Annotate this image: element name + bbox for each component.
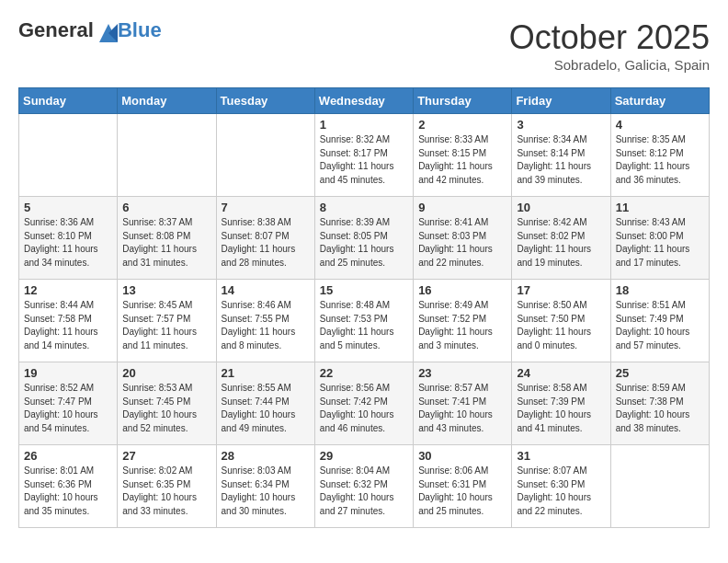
day-number: 15	[320, 283, 408, 297]
day-info: Sunrise: 8:38 AM Sunset: 8:07 PM Dayligh…	[222, 216, 310, 270]
calendar-cell: 23Sunrise: 8:57 AM Sunset: 7:41 PM Dayli…	[414, 362, 512, 445]
calendar-cell: 11Sunrise: 8:43 AM Sunset: 8:00 PM Dayli…	[610, 197, 709, 280]
day-number: 21	[222, 366, 310, 380]
calendar-cell: 3Sunrise: 8:34 AM Sunset: 8:14 PM Daylig…	[512, 114, 610, 197]
day-number: 12	[24, 283, 112, 297]
day-info: Sunrise: 8:06 AM Sunset: 6:31 PM Dayligh…	[418, 465, 506, 518]
week-row-2: 5Sunrise: 8:36 AM Sunset: 8:10 PM Daylig…	[19, 197, 710, 280]
day-number: 13	[122, 283, 210, 297]
day-info: Sunrise: 8:35 AM Sunset: 8:12 PM Dayligh…	[616, 133, 704, 187]
header-wednesday: Wednesday	[314, 88, 413, 114]
calendar-cell: 30Sunrise: 8:06 AM Sunset: 6:31 PM Dayli…	[414, 445, 512, 528]
day-number: 5	[24, 201, 112, 214]
title-block: October 2025 Sobradelo, Galicia, Spain	[509, 18, 710, 73]
week-row-5: 26Sunrise: 8:01 AM Sunset: 6:36 PM Dayli…	[19, 445, 710, 528]
calendar-cell: 16Sunrise: 8:49 AM Sunset: 7:52 PM Dayli…	[414, 280, 512, 362]
location: Sobradelo, Galicia, Spain	[509, 57, 710, 73]
calendar-cell: 17Sunrise: 8:50 AM Sunset: 7:50 PM Dayli…	[512, 280, 610, 362]
header-friday: Friday	[512, 88, 610, 114]
logo: GeneralBlue	[18, 18, 162, 46]
calendar-cell: 27Sunrise: 8:02 AM Sunset: 6:35 PM Dayli…	[118, 445, 216, 528]
week-row-4: 19Sunrise: 8:52 AM Sunset: 7:47 PM Dayli…	[19, 362, 710, 445]
day-number: 9	[418, 201, 506, 214]
day-number: 4	[616, 118, 704, 132]
calendar-cell: 20Sunrise: 8:53 AM Sunset: 7:45 PM Dayli…	[118, 362, 216, 445]
day-number: 27	[122, 449, 210, 463]
month-title: October 2025	[509, 18, 710, 57]
calendar-cell: 6Sunrise: 8:37 AM Sunset: 8:08 PM Daylig…	[118, 197, 216, 280]
day-info: Sunrise: 8:56 AM Sunset: 7:42 PM Dayligh…	[320, 382, 408, 435]
day-info: Sunrise: 8:34 AM Sunset: 8:14 PM Dayligh…	[517, 133, 605, 187]
day-info: Sunrise: 8:49 AM Sunset: 7:52 PM Dayligh…	[418, 299, 506, 352]
day-info: Sunrise: 8:42 AM Sunset: 8:02 PM Dayligh…	[517, 216, 605, 270]
day-info: Sunrise: 8:59 AM Sunset: 7:38 PM Dayligh…	[616, 382, 704, 435]
day-number: 31	[517, 449, 605, 463]
day-info: Sunrise: 8:57 AM Sunset: 7:41 PM Dayligh…	[418, 382, 506, 435]
day-info: Sunrise: 8:37 AM Sunset: 8:08 PM Dayligh…	[122, 216, 210, 270]
calendar-cell: 29Sunrise: 8:04 AM Sunset: 6:32 PM Dayli…	[314, 445, 413, 528]
calendar-cell: 24Sunrise: 8:58 AM Sunset: 7:39 PM Dayli…	[512, 362, 610, 445]
day-number: 14	[222, 283, 310, 297]
calendar-cell: 18Sunrise: 8:51 AM Sunset: 7:49 PM Dayli…	[610, 280, 709, 362]
day-info: Sunrise: 8:53 AM Sunset: 7:45 PM Dayligh…	[122, 382, 210, 435]
calendar-cell: 28Sunrise: 8:03 AM Sunset: 6:34 PM Dayli…	[216, 445, 314, 528]
header-saturday: Saturday	[610, 88, 709, 114]
calendar-cell: 31Sunrise: 8:07 AM Sunset: 6:30 PM Dayli…	[512, 445, 610, 528]
calendar-cell: 5Sunrise: 8:36 AM Sunset: 8:10 PM Daylig…	[19, 197, 118, 280]
calendar-cell: 7Sunrise: 8:38 AM Sunset: 8:07 PM Daylig…	[216, 197, 314, 280]
day-info: Sunrise: 8:41 AM Sunset: 8:03 PM Dayligh…	[418, 216, 506, 270]
calendar-cell: 10Sunrise: 8:42 AM Sunset: 8:02 PM Dayli…	[512, 197, 610, 280]
day-number: 18	[616, 283, 704, 297]
calendar-cell: 26Sunrise: 8:01 AM Sunset: 6:36 PM Dayli…	[19, 445, 118, 528]
day-number: 24	[517, 366, 605, 380]
day-info: Sunrise: 8:02 AM Sunset: 6:35 PM Dayligh…	[122, 465, 210, 518]
day-info: Sunrise: 8:50 AM Sunset: 7:50 PM Dayligh…	[517, 299, 605, 352]
header-sunday: Sunday	[19, 88, 118, 114]
calendar-cell: 12Sunrise: 8:44 AM Sunset: 7:58 PM Dayli…	[19, 280, 118, 362]
calendar-cell: 25Sunrise: 8:59 AM Sunset: 7:38 PM Dayli…	[610, 362, 709, 445]
day-info: Sunrise: 8:32 AM Sunset: 8:17 PM Dayligh…	[320, 133, 408, 187]
day-number: 8	[320, 201, 408, 214]
day-number: 25	[616, 366, 704, 380]
calendar-cell: 22Sunrise: 8:56 AM Sunset: 7:42 PM Dayli…	[314, 362, 413, 445]
day-info: Sunrise: 8:51 AM Sunset: 7:49 PM Dayligh…	[616, 299, 704, 352]
day-number: 16	[418, 283, 506, 297]
calendar-cell: 2Sunrise: 8:33 AM Sunset: 8:15 PM Daylig…	[414, 114, 512, 197]
day-info: Sunrise: 8:04 AM Sunset: 6:32 PM Dayligh…	[320, 465, 408, 518]
logo-general-text: GeneralBlue	[18, 18, 162, 46]
calendar-cell	[216, 114, 314, 197]
day-number: 19	[24, 366, 112, 380]
logo-text-general: General	[18, 18, 94, 41]
calendar-cell: 19Sunrise: 8:52 AM Sunset: 7:47 PM Dayli…	[19, 362, 118, 445]
day-number: 6	[122, 201, 210, 214]
day-number: 23	[418, 366, 506, 380]
calendar-cell: 8Sunrise: 8:39 AM Sunset: 8:05 PM Daylig…	[314, 197, 413, 280]
day-info: Sunrise: 8:36 AM Sunset: 8:10 PM Dayligh…	[24, 216, 112, 270]
calendar-cell: 13Sunrise: 8:45 AM Sunset: 7:57 PM Dayli…	[118, 280, 216, 362]
week-row-3: 12Sunrise: 8:44 AM Sunset: 7:58 PM Dayli…	[19, 280, 710, 362]
day-info: Sunrise: 8:55 AM Sunset: 7:44 PM Dayligh…	[222, 382, 310, 435]
day-number: 28	[222, 449, 310, 463]
calendar-cell	[118, 114, 216, 197]
day-info: Sunrise: 8:52 AM Sunset: 7:47 PM Dayligh…	[24, 382, 112, 435]
calendar-cell: 9Sunrise: 8:41 AM Sunset: 8:03 PM Daylig…	[414, 197, 512, 280]
day-info: Sunrise: 8:03 AM Sunset: 6:34 PM Dayligh…	[222, 465, 310, 518]
day-number: 20	[122, 366, 210, 380]
day-number: 30	[418, 449, 506, 463]
day-number: 2	[418, 118, 506, 132]
day-info: Sunrise: 8:01 AM Sunset: 6:36 PM Dayligh…	[24, 465, 112, 518]
day-info: Sunrise: 8:58 AM Sunset: 7:39 PM Dayligh…	[517, 382, 605, 435]
calendar-cell: 15Sunrise: 8:48 AM Sunset: 7:53 PM Dayli…	[314, 280, 413, 362]
day-info: Sunrise: 8:48 AM Sunset: 7:53 PM Dayligh…	[320, 299, 408, 352]
day-info: Sunrise: 8:46 AM Sunset: 7:55 PM Dayligh…	[222, 299, 310, 352]
day-number: 1	[320, 118, 408, 132]
calendar-table: SundayMondayTuesdayWednesdayThursdayFrid…	[18, 87, 710, 528]
day-number: 10	[517, 201, 605, 214]
calendar-cell: 14Sunrise: 8:46 AM Sunset: 7:55 PM Dayli…	[216, 280, 314, 362]
day-number: 22	[320, 366, 408, 380]
header-tuesday: Tuesday	[216, 88, 314, 114]
day-info: Sunrise: 8:07 AM Sunset: 6:30 PM Dayligh…	[517, 465, 605, 518]
day-number: 17	[517, 283, 605, 297]
calendar-cell: 4Sunrise: 8:35 AM Sunset: 8:12 PM Daylig…	[610, 114, 709, 197]
header-thursday: Thursday	[414, 88, 512, 114]
